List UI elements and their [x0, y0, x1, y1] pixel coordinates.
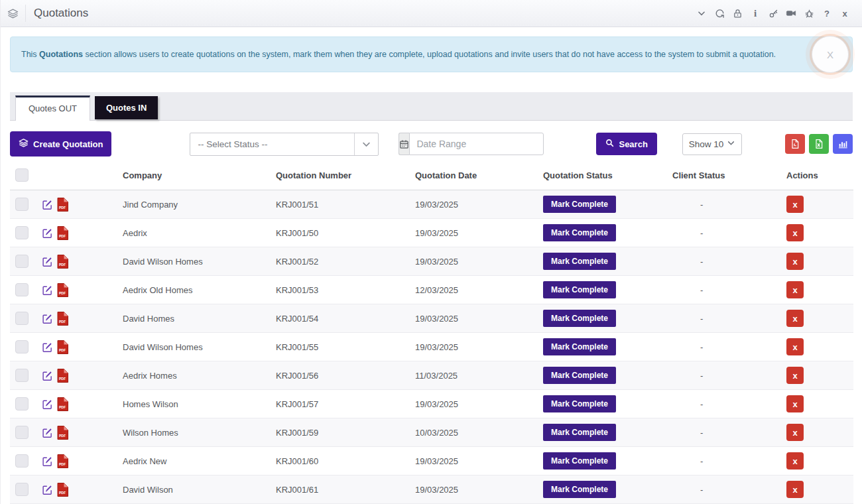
company-cell: David Homes: [123, 304, 276, 333]
edit-icon[interactable]: [42, 342, 53, 353]
edit-icon[interactable]: [42, 456, 53, 467]
export-chart-button[interactable]: [833, 134, 853, 154]
mark-complete-button[interactable]: Mark Complete: [543, 196, 616, 213]
column-header-quotation-date: Quotation Date: [415, 163, 543, 190]
quotation-date-cell: 19/03/2025: [415, 304, 543, 333]
key-icon[interactable]: [768, 8, 778, 19]
show-entries-select[interactable]: Show 10: [682, 133, 742, 155]
refresh-icon[interactable]: [714, 8, 725, 19]
create-quotation-button[interactable]: Create Quotation: [10, 131, 111, 157]
export-pdf-button[interactable]: [785, 134, 805, 154]
tab-quotes-out[interactable]: Quotes OUT: [15, 95, 90, 121]
delete-button[interactable]: x: [786, 424, 804, 441]
date-range-input[interactable]: [409, 133, 544, 155]
delete-button[interactable]: x: [786, 224, 804, 241]
bug-icon[interactable]: [804, 8, 814, 19]
mark-complete-button[interactable]: Mark Complete: [543, 253, 616, 270]
mark-complete-button[interactable]: Mark Complete: [543, 224, 616, 241]
delete-button[interactable]: x: [786, 395, 804, 412]
quotation-date-cell: 10/03/2025: [415, 418, 543, 447]
edit-icon[interactable]: [42, 227, 53, 239]
mark-complete-button[interactable]: Mark Complete: [543, 310, 616, 327]
pdf-file-icon[interactable]: PDF: [57, 226, 68, 240]
row-checkbox[interactable]: [15, 312, 29, 325]
pdf-file-icon[interactable]: PDF: [57, 369, 68, 383]
pdf-file-icon[interactable]: PDF: [57, 255, 68, 269]
pdf-file-icon[interactable]: PDF: [57, 426, 68, 440]
client-status-cell: -: [672, 399, 703, 409]
date-range-group: [399, 133, 540, 155]
quotation-number-cell: KRJ001/54: [276, 304, 415, 333]
chevron-down-icon[interactable]: [696, 8, 707, 19]
row-checkbox[interactable]: [15, 483, 29, 496]
row-checkbox[interactable]: [15, 454, 29, 468]
pdf-file-icon[interactable]: PDF: [57, 283, 68, 297]
column-header-actions: Actions: [786, 163, 853, 190]
layers-icon: [19, 138, 29, 150]
lock-icon[interactable]: [732, 8, 743, 19]
pdf-file-icon[interactable]: PDF: [57, 397, 68, 411]
pdf-file-icon[interactable]: PDF: [57, 312, 68, 326]
svg-text:PDF: PDF: [59, 206, 66, 210]
table-row: PDF Wilson Homes KRJ001/59 10/03/2025 Ma…: [10, 418, 853, 447]
tab-bar: Quotes OUT Quotes IN: [10, 92, 853, 121]
delete-button[interactable]: x: [786, 367, 804, 384]
select-all-checkbox[interactable]: [15, 168, 29, 182]
row-checkbox[interactable]: [15, 340, 29, 353]
client-status-cell: -: [672, 371, 703, 381]
row-checkbox[interactable]: [15, 369, 29, 382]
search-button[interactable]: Search: [596, 133, 656, 155]
pdf-file-icon[interactable]: PDF: [57, 198, 68, 212]
delete-button[interactable]: x: [786, 481, 804, 498]
client-status-cell: -: [672, 485, 703, 495]
delete-button[interactable]: x: [786, 253, 804, 270]
column-header-company: Company: [123, 163, 276, 190]
edit-icon[interactable]: [42, 313, 53, 324]
pdf-file-icon[interactable]: PDF: [57, 454, 68, 468]
info-banner: This Quotations section allows users to …: [10, 36, 853, 72]
row-checkbox[interactable]: [15, 283, 29, 296]
mark-complete-button[interactable]: Mark Complete: [543, 424, 616, 441]
edit-icon[interactable]: [42, 399, 53, 410]
edit-icon[interactable]: [42, 284, 53, 296]
mark-complete-button[interactable]: Mark Complete: [543, 281, 616, 298]
export-excel-button[interactable]: [809, 134, 829, 154]
info-icon[interactable]: i: [750, 8, 761, 19]
delete-button[interactable]: x: [786, 281, 804, 298]
edit-icon[interactable]: [42, 199, 53, 210]
table-row: PDF David Homes KRJ001/54 19/03/2025 Mar…: [10, 304, 853, 333]
banner-close-button[interactable]: X: [812, 36, 849, 73]
close-window-icon[interactable]: x: [839, 8, 850, 19]
chevron-down-icon: [727, 139, 735, 149]
row-checkbox[interactable]: [15, 255, 29, 268]
toolbar: Create Quotation -- Select Status -- Sea…: [10, 131, 853, 157]
export-buttons: [785, 134, 853, 154]
video-camera-icon[interactable]: [786, 8, 796, 19]
pdf-file-icon[interactable]: PDF: [57, 340, 68, 354]
row-checkbox[interactable]: [15, 397, 29, 410]
page-title: Quotations: [34, 7, 88, 20]
pdf-file-icon[interactable]: PDF: [57, 483, 68, 497]
delete-button[interactable]: x: [786, 338, 804, 355]
delete-button[interactable]: x: [786, 310, 804, 327]
status-select[interactable]: -- Select Status --: [190, 133, 379, 156]
client-status-cell: -: [672, 285, 703, 295]
company-cell: Homes Wilson: [123, 390, 276, 418]
mark-complete-button[interactable]: Mark Complete: [543, 452, 616, 470]
row-checkbox[interactable]: [15, 226, 29, 239]
svg-text:PDF: PDF: [59, 491, 66, 495]
delete-button[interactable]: x: [786, 196, 804, 213]
edit-icon[interactable]: [42, 370, 53, 381]
edit-icon[interactable]: [42, 484, 53, 495]
row-checkbox[interactable]: [15, 198, 29, 211]
mark-complete-button[interactable]: Mark Complete: [543, 367, 616, 384]
row-checkbox[interactable]: [15, 426, 29, 439]
mark-complete-button[interactable]: Mark Complete: [543, 395, 616, 412]
tab-quotes-in[interactable]: Quotes IN: [95, 96, 158, 119]
delete-button[interactable]: x: [786, 452, 804, 470]
mark-complete-button[interactable]: Mark Complete: [543, 481, 616, 498]
edit-icon[interactable]: [42, 256, 53, 267]
mark-complete-button[interactable]: Mark Complete: [543, 338, 616, 355]
help-icon[interactable]: ?: [822, 8, 832, 19]
edit-icon[interactable]: [42, 427, 53, 438]
